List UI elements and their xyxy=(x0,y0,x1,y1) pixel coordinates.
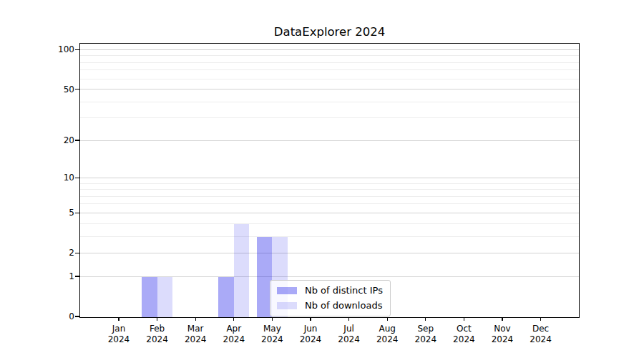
bar-ips-feb xyxy=(142,277,157,317)
bar-downloads-apr xyxy=(234,224,249,317)
legend-row: Nb of downloads xyxy=(277,300,383,311)
gridline-minor xyxy=(80,117,579,118)
x-tick xyxy=(157,318,157,321)
x-tick xyxy=(387,318,388,321)
gridline-minor xyxy=(80,196,579,197)
plot-area: 0125102050100Jan2024Feb2024Mar2024Apr202… xyxy=(79,43,580,318)
y-tick xyxy=(75,253,79,253)
gridline-minor xyxy=(80,102,579,102)
x-tick xyxy=(272,318,273,321)
y-tick-label: 20 xyxy=(44,135,74,146)
bar-downloads-feb xyxy=(157,277,172,317)
y-tick xyxy=(75,140,79,140)
x-tick xyxy=(425,318,426,321)
y-tick-label: 50 xyxy=(44,84,74,95)
gridline-minor xyxy=(80,203,579,204)
gridline-major xyxy=(80,89,579,90)
x-tick xyxy=(540,318,541,321)
x-tick xyxy=(310,318,311,321)
legend-label: Nb of downloads xyxy=(305,300,382,311)
y-tick-label: 5 xyxy=(44,207,74,218)
x-tick xyxy=(348,318,349,321)
y-tick-label: 10 xyxy=(44,172,74,183)
x-tick xyxy=(233,318,234,321)
gridline-minor xyxy=(80,236,579,237)
y-tick xyxy=(75,89,79,90)
bar-ips-apr xyxy=(218,277,233,317)
gridline-minor xyxy=(80,79,579,79)
y-tick xyxy=(75,276,79,276)
y-tick-label: 2 xyxy=(44,247,74,258)
figure: DataExplorer 2024 0125102050100Jan2024Fe… xyxy=(0,0,644,358)
x-tick-label-line: Dec xyxy=(515,324,567,334)
legend: Nb of distinct IPsNb of downloads xyxy=(270,280,391,316)
y-tick xyxy=(75,49,79,50)
legend-swatch-downloads xyxy=(277,302,297,309)
x-tick xyxy=(118,318,119,321)
gridline-major xyxy=(80,178,579,178)
gridline-minor xyxy=(80,189,579,190)
gridline-minor xyxy=(80,183,579,184)
legend-label: Nb of distinct IPs xyxy=(305,285,383,296)
y-tick-label: 0 xyxy=(44,311,74,322)
legend-row: Nb of distinct IPs xyxy=(277,285,383,296)
x-tick-label-dec: Dec2024 xyxy=(515,324,567,344)
gridline-minor xyxy=(80,223,579,224)
gridline-minor xyxy=(80,62,579,63)
legend-swatch-ips xyxy=(277,287,297,294)
y-tick xyxy=(75,213,79,213)
y-tick xyxy=(75,316,79,316)
x-tick xyxy=(195,318,196,321)
x-tick xyxy=(464,318,464,321)
gridline-major xyxy=(80,253,579,253)
y-tick xyxy=(75,178,79,178)
gridline-major xyxy=(80,213,579,213)
y-tick-label: 100 xyxy=(44,44,74,55)
gridline-major xyxy=(80,49,579,50)
y-tick-label: 1 xyxy=(44,271,74,282)
x-tick xyxy=(502,318,502,321)
gridline-minor xyxy=(80,69,579,70)
x-tick-label-line: 2024 xyxy=(515,334,567,345)
gridline-major xyxy=(80,140,579,141)
chart-title: DataExplorer 2024 xyxy=(79,25,580,39)
gridline-minor xyxy=(80,55,579,56)
